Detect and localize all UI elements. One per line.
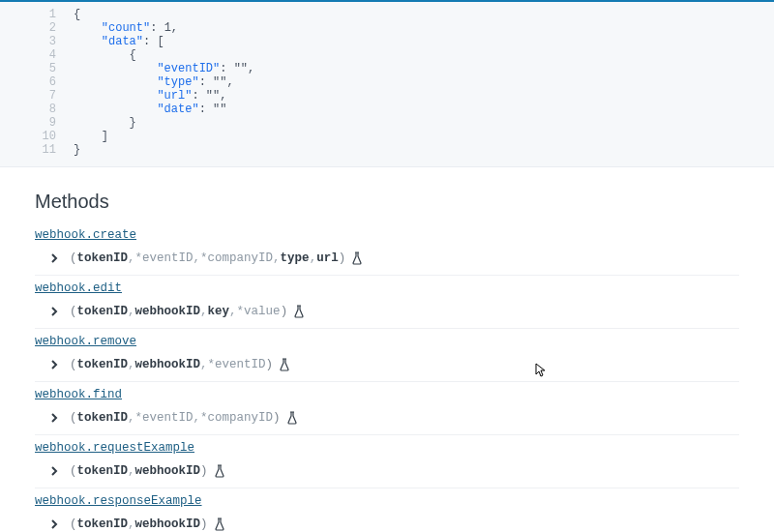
method-signature: ( tokenID, webhookID )	[48, 464, 739, 478]
paren-close: )	[339, 251, 346, 265]
chevron-right-icon[interactable]	[48, 306, 60, 317]
line-body: }	[74, 143, 80, 157]
chevron-right-icon[interactable]	[48, 359, 60, 370]
method-link[interactable]: webhook.create	[35, 228, 136, 242]
paren-open: (	[70, 358, 77, 371]
chevron-right-icon[interactable]	[48, 412, 60, 424]
param-required: tokenID	[77, 464, 129, 478]
method-link[interactable]: webhook.edit	[35, 281, 122, 295]
param-required: type	[281, 251, 310, 265]
paren-open: (	[70, 517, 77, 531]
param-separator: ,	[194, 411, 201, 425]
param-required: tokenID	[77, 411, 129, 425]
flask-icon	[279, 358, 290, 371]
line-body: ]	[74, 130, 108, 143]
param-required: webhookID	[135, 517, 201, 531]
code-line: 9 }	[0, 116, 774, 130]
line-number: 5	[0, 62, 74, 75]
line-body: "date": ""	[74, 103, 226, 116]
param-separator: ,	[128, 251, 135, 265]
line-body: "type": "",	[74, 75, 234, 89]
param-optional: *value	[237, 305, 281, 318]
method-block: webhook.create( tokenID, *eventID, *comp…	[35, 222, 739, 276]
param-required: webhookID	[135, 305, 201, 318]
method-signature: ( tokenID, webhookID, *eventID )	[48, 358, 739, 371]
param-required: tokenID	[77, 251, 129, 265]
method-link[interactable]: webhook.requestExample	[35, 441, 194, 455]
methods-heading: Methods	[35, 191, 739, 213]
code-line: 2 "count": 1,	[0, 21, 774, 35]
paren-close: )	[273, 411, 281, 425]
line-body: {	[74, 8, 80, 21]
line-number: 3	[0, 35, 74, 48]
method-block: webhook.edit( tokenID, webhookID, key, *…	[35, 276, 739, 329]
method-link[interactable]: webhook.responseExample	[35, 494, 202, 508]
flask-icon	[293, 305, 305, 318]
flask-icon	[214, 464, 225, 478]
paren-open: (	[70, 251, 77, 265]
line-body: "count": 1,	[74, 21, 178, 35]
flask-icon	[286, 411, 298, 425]
paren-close: )	[200, 464, 208, 478]
param-optional: *eventID	[208, 358, 266, 371]
method-block: webhook.requestExample( tokenID, webhook…	[35, 435, 739, 488]
param-separator: ,	[128, 517, 135, 531]
param-required: tokenID	[77, 358, 129, 371]
method-block: webhook.find( tokenID, *eventID, *compan…	[35, 382, 739, 435]
line-body: "data": [	[74, 35, 164, 48]
line-number: 8	[0, 103, 74, 116]
code-line: 7 "url": "",	[0, 89, 774, 103]
param-separator: ,	[273, 251, 281, 265]
line-number: 2	[0, 21, 74, 35]
line-number: 6	[0, 75, 74, 89]
chevron-right-icon[interactable]	[48, 252, 60, 264]
param-separator: ,	[128, 358, 135, 371]
code-line: 5 "eventID": "",	[0, 62, 774, 75]
param-separator: ,	[200, 358, 208, 371]
param-optional: *companyID	[200, 251, 273, 265]
method-block: webhook.remove( tokenID, webhookID, *eve…	[35, 329, 739, 382]
code-line: 6 "type": "",	[0, 75, 774, 89]
line-body: "url": "",	[74, 89, 226, 103]
paren-open: (	[70, 305, 77, 318]
chevron-right-icon[interactable]	[48, 465, 60, 477]
param-required: webhookID	[135, 358, 201, 371]
param-separator: ,	[229, 305, 237, 318]
line-body: }	[74, 116, 136, 130]
param-required: tokenID	[77, 517, 129, 531]
param-separator: ,	[310, 251, 317, 265]
code-sample: 1{2 "count": 1,3 "data": [4 {5 "eventID"…	[0, 2, 774, 167]
line-number: 11	[0, 143, 74, 157]
param-optional: *eventID	[135, 411, 194, 425]
code-line: 10 ]	[0, 130, 774, 143]
method-link[interactable]: webhook.find	[35, 388, 122, 401]
param-required: url	[316, 251, 339, 265]
param-required: tokenID	[77, 305, 129, 318]
line-number: 7	[0, 89, 74, 103]
param-separator: ,	[194, 251, 201, 265]
code-line: 4 {	[0, 48, 774, 62]
line-number: 1	[0, 8, 74, 21]
line-number: 4	[0, 48, 74, 62]
paren-open: (	[70, 464, 77, 478]
param-optional: *eventID	[135, 251, 194, 265]
code-line: 8 "date": ""	[0, 103, 774, 116]
line-body: {	[74, 48, 136, 62]
param-required: key	[208, 305, 230, 318]
method-signature: ( tokenID, *eventID, *companyID, type, u…	[48, 251, 739, 265]
code-line: 3 "data": [	[0, 35, 774, 48]
method-signature: ( tokenID, webhookID )	[48, 517, 739, 531]
paren-close: )	[200, 517, 208, 531]
line-number: 9	[0, 116, 74, 130]
param-separator: ,	[128, 305, 135, 318]
paren-close: )	[266, 358, 274, 371]
param-required: webhookID	[135, 464, 201, 478]
flask-icon	[214, 517, 225, 531]
line-number: 10	[0, 130, 74, 143]
param-separator: ,	[128, 464, 135, 478]
chevron-right-icon[interactable]	[48, 518, 60, 530]
page-content: Methods webhook.create( tokenID, *eventI…	[0, 191, 774, 532]
method-signature: ( tokenID, *eventID, *companyID )	[48, 411, 739, 425]
paren-close: )	[281, 305, 288, 318]
method-link[interactable]: webhook.remove	[35, 335, 136, 348]
